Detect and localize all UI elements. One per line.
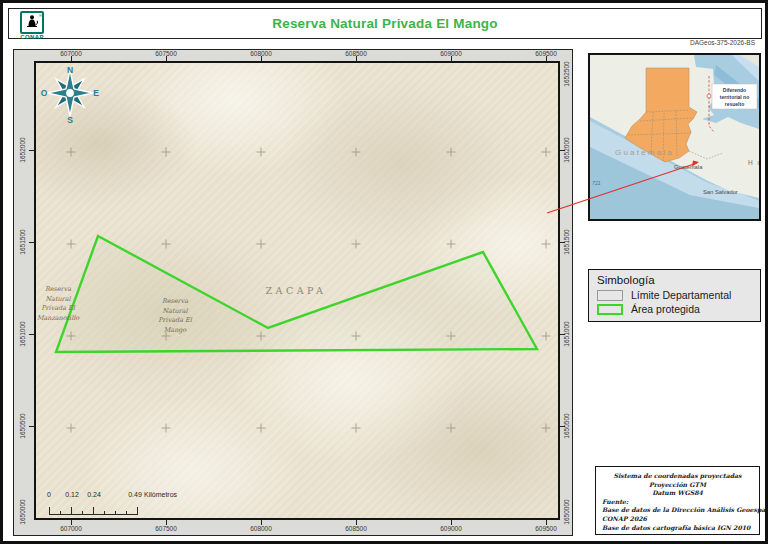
grid-tick-right	[560, 426, 565, 427]
scalebar-major-tick	[71, 507, 72, 515]
grid-tick-bottom	[356, 520, 357, 525]
grid-cross-icon	[447, 332, 456, 341]
scalebar-minor-tick	[104, 511, 105, 515]
grid-cross-icon	[257, 240, 266, 249]
grid-cross-icon	[67, 332, 76, 341]
grid-label-bottom: 609000	[440, 525, 462, 532]
map-frame: N S O E ZACAPA Reserva Natural Privada E…	[34, 61, 560, 520]
grid-tick-bottom	[261, 520, 262, 525]
source-heading: Fuente:	[602, 498, 753, 507]
reserve-main-line1: Reserva	[147, 297, 203, 307]
scalebar-label-012: 0.12	[65, 491, 79, 498]
reserve-neighbor-label: Reserva Natural Privada El Manzanotillo	[34, 285, 83, 323]
reserve-main-line2: Natural	[147, 307, 203, 317]
legend-item-departmental: Límite Departamental	[597, 289, 752, 301]
scalebar-label-024: 0.24	[87, 491, 101, 498]
legend-item-protected: Área protegida	[597, 303, 752, 315]
grid-cross-icon	[162, 148, 171, 157]
scalebar-minor-tick	[60, 511, 61, 515]
departmental-boundary-swatch	[597, 290, 623, 301]
grid-tick-top	[71, 56, 72, 61]
compass-e-label: E	[93, 88, 99, 98]
grid-label-left: 1652000	[19, 137, 26, 162]
legend-label-protected: Área protegida	[631, 303, 700, 315]
inset-map: Diferendo territorial no resuelto Guatem…	[588, 53, 761, 221]
page-title: Reserva Natural Privada El Mango	[272, 16, 498, 31]
grid-cross-icon	[257, 332, 266, 341]
grid-label-left: 1651000	[19, 321, 26, 346]
grid-tick-top	[451, 56, 452, 61]
grid-label-left: 1650500	[19, 413, 26, 438]
map-sheet: Reserva Natural Privada El Mango ® CONAP…	[0, 0, 768, 544]
grid-tick-top	[546, 56, 547, 61]
conap-logo-icon: ®	[20, 11, 44, 34]
crs-line1: Sistema de coordenadas proyectadas	[602, 472, 753, 481]
inset-capital-label: Guatemala	[674, 164, 703, 170]
grid-cross-icon	[352, 332, 361, 341]
map-panel: N S O E ZACAPA Reserva Natural Privada E…	[13, 49, 573, 536]
reserve-neighbor-line3: Privada El	[34, 304, 83, 314]
source-line3: Base de datos cartografía básica IGN 201…	[602, 524, 753, 533]
conap-logo-text: CONAP	[15, 34, 49, 40]
grid-cross-icon	[257, 148, 266, 157]
grid-label-bottom: 607500	[155, 525, 177, 532]
grid-tick-top	[261, 56, 262, 61]
inset-neighbor-label: H o	[748, 159, 759, 166]
reserve-main-line4: Mango	[147, 326, 203, 336]
dispute-note-line3: resuelto	[725, 101, 744, 107]
document-id: DAGeos-375-2026-BS	[690, 39, 755, 46]
grid-tick-left	[29, 150, 34, 151]
grid-label-left: 1651500	[19, 229, 26, 254]
grid-cross-icon	[257, 424, 266, 433]
grid-cross-icon	[447, 240, 456, 249]
grid-tick-right	[560, 334, 565, 335]
compass-s-label: S	[67, 115, 73, 125]
credits-box: Sistema de coordenadas proyectadas Proye…	[595, 466, 760, 535]
crs-line2: Proyección GTM	[602, 481, 753, 490]
grid-cross-icon	[542, 332, 551, 341]
protected-area-swatch	[597, 304, 623, 315]
compass-n-label: N	[67, 65, 73, 75]
inset-city-label: San Salvador	[703, 189, 738, 195]
grid-cross-icon	[352, 424, 361, 433]
scalebar-minor-tick	[82, 511, 83, 515]
grid-tick-right	[560, 150, 565, 151]
scalebar-minor-tick	[126, 511, 127, 515]
grid-tick-bottom	[71, 520, 72, 525]
dispute-marker	[707, 94, 711, 98]
grid-tick-top	[356, 56, 357, 61]
reserve-main-line3: Privada El	[147, 316, 203, 326]
conap-logo: ® CONAP	[15, 11, 49, 41]
reserve-neighbor-line4: Manzanotillo	[34, 314, 83, 324]
grid-tick-bottom	[546, 520, 547, 525]
grid-label-left: 1650000	[19, 499, 26, 524]
grid-tick-left	[29, 334, 34, 335]
compass-rose-icon: N S O E	[40, 63, 100, 125]
grid-label-bottom: 607000	[60, 525, 82, 532]
scalebar-major-tick	[49, 507, 50, 515]
inset-corner-label: 721	[592, 180, 601, 186]
scalebar-label-049: 0.49	[128, 491, 142, 498]
compass-o-label: O	[41, 88, 48, 98]
grid-tick-right	[560, 242, 565, 243]
scalebar-minor-tick	[115, 511, 116, 515]
source-line2: CONAP 2026	[602, 515, 753, 524]
reserve-neighbor-line2: Natural	[34, 295, 83, 305]
scalebar-major-tick	[137, 507, 138, 515]
reserve-main-label: Reserva Natural Privada El Mango	[147, 297, 203, 335]
legend-label-departmental: Límite Departamental	[631, 289, 731, 301]
grid-tick-left	[29, 426, 34, 427]
grid-cross-icon	[447, 424, 456, 433]
grid-cross-icon	[542, 148, 551, 157]
grid-label-bottom: 608500	[345, 525, 367, 532]
grid-tick-bottom	[451, 520, 452, 525]
grid-label-bottom: 608000	[250, 525, 272, 532]
source-line1: Base de datos de la Dirección Análisis G…	[602, 506, 753, 515]
grid-cross-icon	[162, 332, 171, 341]
grid-cross-icon	[67, 240, 76, 249]
grid-cross-icon	[352, 240, 361, 249]
grid-cross-icon	[542, 240, 551, 249]
grid-cross-icon	[67, 148, 76, 157]
grid-tick-top	[166, 56, 167, 61]
registered-mark: ®	[39, 13, 42, 18]
